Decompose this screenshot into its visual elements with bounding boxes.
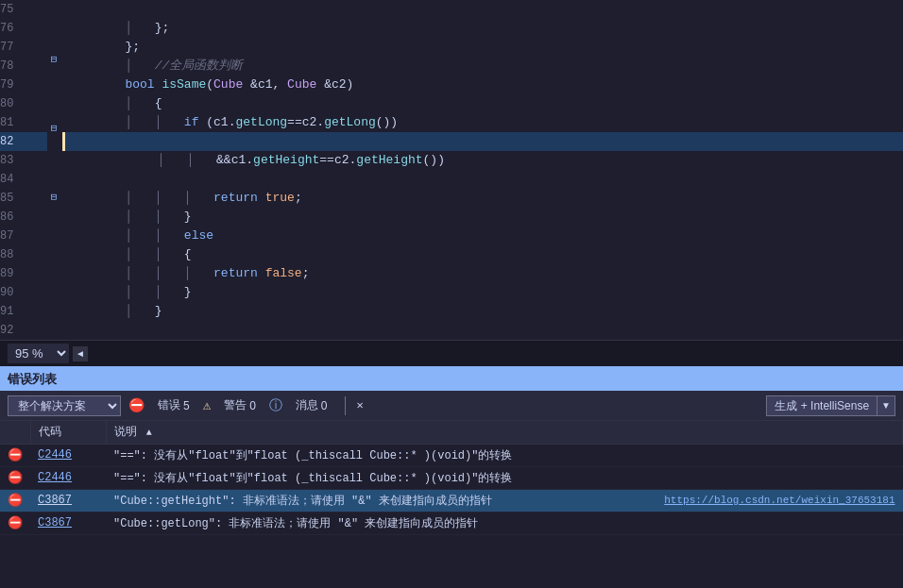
fold-84 [47,154,60,171]
toolbar-separator [345,396,346,415]
code-line-86[interactable]: │ │ else [62,208,903,227]
code-line-77[interactable]: │ //全局函数判断 [62,38,903,57]
error-filter-btn[interactable]: 错误 5 [152,395,196,416]
error-code-4[interactable]: C3867 [30,512,106,535]
code-line-76[interactable]: }; [62,19,903,38]
code-content[interactable]: │ }; }; │ //全局函数判断 bool isSame(Cube &c1,… [62,0,903,340]
col-desc[interactable]: 说明 ▲ [106,421,903,444]
code-line-80[interactable]: │ │ if (c1.getLong==c2.getLong()) [62,94,903,113]
code-line-87[interactable]: │ │ { [62,227,903,245]
error-table-container: 代码 说明 ▲ ⛔ C2446 "==": 没有从"float"到"float … [0,421,903,535]
line-78: 78 [0,57,47,76]
line-numbers: 75 76 77 78 79 80 81 82 83 84 85 86 87 8… [0,0,47,340]
message-count: 0 [321,399,328,412]
line-86: 86 [0,208,47,227]
fold-76 [47,17,60,34]
error-icon-4: ⛔ [0,512,30,535]
code-line-89[interactable]: │ │ } [62,264,903,283]
scroll-left-btn[interactable]: ◄ [73,346,88,361]
line-82: 82 [0,132,47,151]
error-row-4[interactable]: ⛔ C3867 "Cube::getLong": 非标准语法；请使用 "&" 来… [0,512,903,535]
line-75: 75 [0,0,47,19]
code-line-84[interactable]: │ │ │ return true; [62,170,903,189]
error-row-3[interactable]: ⛔ C3867 "Cube::getHeight": 非标准语法；请使用 "&"… [0,489,903,512]
status-bar: 95 % 100 % 75 % ◄ [0,340,903,366]
editor-wrapper: 75 76 77 78 79 80 81 82 83 84 85 86 87 8… [0,0,903,535]
fold-81 [47,102,60,119]
intellisense-dropdown[interactable]: ▼ [877,395,895,416]
scope-select[interactable]: 整个解决方案 [8,395,121,416]
line-80: 80 [0,94,47,113]
error-desc-3: "Cube::getHeight": 非标准语法；请使用 "&" 来创建指向成员… [106,490,903,512]
fold-85 [47,171,60,188]
fold-86[interactable]: ⊟ [47,188,60,207]
error-code-1[interactable]: C2446 [30,444,106,466]
line-92: 92 [0,321,47,340]
intellisense-btn[interactable]: 生成 + IntelliSense [766,395,877,416]
fold-83 [47,138,60,155]
col-icon [0,421,30,444]
line-79: 79 [0,76,47,94]
zoom-select[interactable]: 95 % 100 % 75 % [8,344,69,363]
fold-79 [47,69,60,86]
line-85: 85 [0,189,47,208]
line-91: 91 [0,302,47,321]
error-desc-1: "==": 没有从"float"到"float (_thiscall Cube:… [106,444,903,466]
col-code[interactable]: 代码 [30,421,106,444]
error-code-3[interactable]: C3867 [30,489,106,512]
error-icon-2: ⛔ [0,466,30,489]
code-line-75[interactable]: │ }; [62,0,903,19]
error-desc-4: "Cube::getLong": 非标准语法；请使用 "&" 来创建指向成员的指… [106,512,903,535]
error-code-2[interactable]: C2446 [30,466,106,489]
url-hint[interactable]: https://blog.csdn.net/weixin_37653181 [664,495,894,506]
warning-count: 0 [249,399,256,412]
fold-92 [47,290,60,307]
info-icon: ⓘ [269,397,282,414]
warning-icon: ⚠ [203,397,211,413]
code-line-78[interactable]: bool isSame(Cube &c1, Cube &c2) [62,57,903,76]
fold-gutter: ⊟ ⊟ ⊟ [47,0,62,340]
fold-78[interactable]: ⊟ [47,50,60,69]
line-83: 83 [0,151,47,170]
warning-filter-btn[interactable]: 警告 0 [218,395,262,416]
code-line-92[interactable] [62,321,903,340]
fold-93 [47,307,60,324]
line-88: 88 [0,245,47,264]
fold-80 [47,86,60,103]
code-line-79[interactable]: │ { [62,76,903,94]
error-table-body: ⛔ C2446 "==": 没有从"float"到"float (_thisca… [0,444,903,534]
code-line-81[interactable]: │ │ │ &&c1.getWidth==c2.getWidth() [62,113,903,132]
code-line-83[interactable] [62,151,903,170]
error-count: 5 [183,399,190,412]
fold-89 [47,240,60,257]
col-desc-label: 说明 [114,426,137,439]
line-84: 84 [0,170,47,189]
line-81: 81 [0,113,47,132]
error-panel: 错误列表 整个解决方案 ⛔ 错误 5 ⚠ 警告 0 ⓘ 消息 0 ✕ [0,366,903,535]
code-line-82[interactable]: │ │ &&c1.getHeight==c2.getHeight()) [62,132,903,151]
error-table-header: 代码 说明 ▲ [0,421,903,444]
code-line-90[interactable]: │ } [62,283,903,302]
code-line-88[interactable]: │ │ │ return false; [62,245,903,264]
fold-82[interactable]: ⊟ [47,119,60,138]
error-toolbar: 整个解决方案 ⛔ 错误 5 ⚠ 警告 0 ⓘ 消息 0 ✕ 生成 + Intel [0,391,903,421]
error-table: 代码 说明 ▲ ⛔ C2446 "==": 没有从"float"到"float … [0,421,903,535]
filter-icon: ✕ [357,398,364,412]
error-row-1[interactable]: ⛔ C2446 "==": 没有从"float"到"float (_thisca… [0,444,903,466]
error-icon-1: ⛔ [0,444,30,466]
fold-90 [47,257,60,274]
line-76: 76 [0,19,47,38]
code-editor: 75 76 77 78 79 80 81 82 83 84 85 86 87 8… [0,0,903,340]
sort-indicator: ▲ [146,428,152,438]
error-panel-header: 错误列表 [0,368,903,391]
fold-94 [47,323,60,340]
col-code-label: 代码 [39,426,61,439]
error-row-2[interactable]: ⛔ C2446 "==": 没有从"float"到"float (_thisca… [0,466,903,489]
build-label: 生成 + IntelliSense [775,399,869,412]
code-line-85[interactable]: │ │ } [62,189,903,208]
code-line-91[interactable] [62,302,903,321]
message-filter-btn[interactable]: 消息 0 [290,395,333,416]
line-87: 87 [0,227,47,245]
error-label: 错误 [158,397,180,413]
fold-91 [47,273,60,290]
